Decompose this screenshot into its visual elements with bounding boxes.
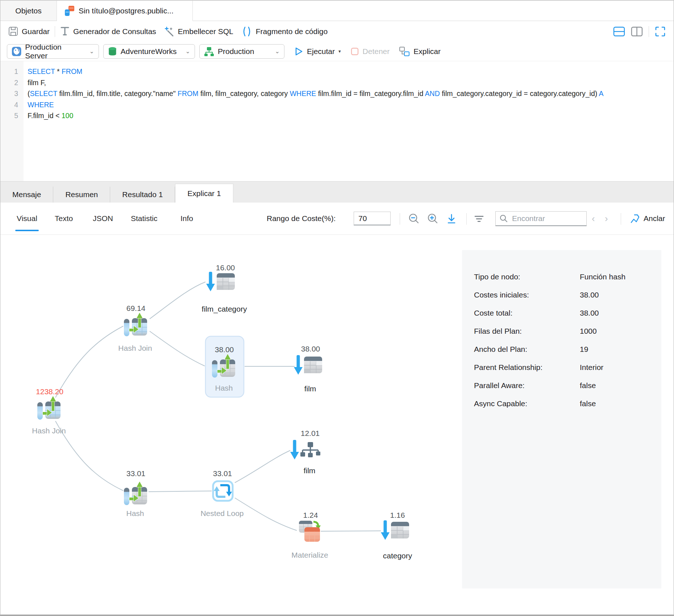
save-button[interactable]: Guardar bbox=[8, 26, 50, 36]
view-tab-json[interactable]: JSON bbox=[93, 203, 113, 234]
code-line[interactable]: 4WHERE bbox=[0, 99, 674, 111]
node-cost: 12.01 bbox=[301, 429, 320, 437]
split-horizontal-icon[interactable] bbox=[613, 26, 625, 37]
code-text: film F, bbox=[24, 77, 674, 88]
query-builder-button[interactable]: Generador de Consultas bbox=[60, 26, 156, 37]
chevron-down-icon: ⌄ bbox=[270, 48, 280, 55]
code-snippet-button[interactable]: Fragmento de código bbox=[241, 26, 328, 37]
node-cost: 1.24 bbox=[303, 511, 318, 519]
fullscreen-icon[interactable] bbox=[655, 26, 666, 37]
code-line[interactable]: 2film F, bbox=[0, 77, 674, 88]
view-tab-info[interactable]: Info bbox=[180, 203, 193, 234]
detail-row: Coste total: 38.00 bbox=[462, 304, 661, 322]
stop-label: Detener bbox=[363, 47, 390, 56]
chevron-down-icon: ⌄ bbox=[180, 48, 190, 55]
run-button[interactable]: Ejecutar ▾ bbox=[294, 47, 341, 56]
tab-resultado-1[interactable]: Resultado 1 bbox=[110, 187, 175, 203]
node-cost: 38.00 bbox=[301, 345, 320, 353]
magic-wand-icon bbox=[164, 26, 174, 37]
explain-plan-canvas[interactable]: 1238.20 Hash Join 69.14 Hash Join 16.00 … bbox=[0, 235, 674, 616]
code-snippet-label: Fragmento de código bbox=[256, 27, 328, 36]
plan-node-nested-loop[interactable]: 33.01 Nested Loop bbox=[200, 469, 244, 517]
detail-row: Parent Relationship: Interior bbox=[462, 359, 661, 377]
code-line[interactable]: 1SELECT * FROM bbox=[0, 66, 674, 77]
plan-node-film-category[interactable]: 16.00 film_category bbox=[202, 263, 247, 313]
zoom-in-button[interactable] bbox=[425, 211, 440, 226]
plan-node-materialize[interactable]: 1.24 Materialize bbox=[291, 511, 328, 559]
zoom-out-button[interactable] bbox=[406, 211, 421, 226]
layout-buttons bbox=[613, 21, 666, 42]
detail-value: Interior bbox=[580, 363, 603, 372]
filter-button[interactable] bbox=[471, 211, 487, 226]
schema-icon bbox=[204, 46, 214, 57]
view-tab-texto[interactable]: Texto bbox=[55, 203, 73, 234]
code-line[interactable]: 5F.film_id < 100 bbox=[0, 110, 674, 121]
find-input[interactable] bbox=[511, 214, 577, 223]
detail-row: Async Capable: false bbox=[462, 395, 661, 413]
tab-objetos[interactable]: Objetos bbox=[0, 1, 57, 21]
tab-explicar-1[interactable]: Explicar 1 bbox=[175, 184, 233, 203]
sql-editor[interactable]: 1SELECT * FROM2film F,3(SELECT film.film… bbox=[0, 61, 674, 181]
view-tab-visual[interactable]: Visual bbox=[17, 203, 37, 234]
tab-query[interactable]: Sin título@postgres.public... bbox=[57, 1, 193, 21]
view-tab-texto-label: Texto bbox=[55, 214, 73, 223]
toolbar-separator bbox=[55, 26, 55, 37]
plan-node-hash-join-root[interactable]: 1238.20 Hash Join bbox=[32, 387, 66, 435]
export-button[interactable] bbox=[444, 211, 459, 226]
detail-row: Tipo de nodo: Función hash bbox=[462, 268, 661, 286]
detail-value: 19 bbox=[580, 345, 588, 354]
pin-button[interactable]: Anclar bbox=[630, 203, 665, 234]
query-builder-label: Generador de Consultas bbox=[73, 27, 156, 36]
beautify-sql-button[interactable]: Embellecer SQL bbox=[164, 26, 233, 37]
run-label: Ejecutar bbox=[307, 47, 335, 56]
tab-objetos-label: Objetos bbox=[15, 7, 41, 15]
plan-edge bbox=[55, 326, 123, 398]
query-builder-icon bbox=[60, 26, 70, 37]
plan-edge bbox=[150, 331, 205, 366]
plan-node-film-index-scan[interactable]: 12.01 film bbox=[290, 429, 320, 475]
toolbar-separator bbox=[466, 213, 467, 225]
view-tab-statistic[interactable]: Statistic bbox=[131, 203, 158, 234]
plan-node-hash-selected[interactable]: 38.00 Hash bbox=[212, 345, 235, 392]
detail-label: Parallel Aware: bbox=[474, 381, 525, 390]
zoom-in-icon bbox=[427, 213, 438, 225]
node-cost: 1.16 bbox=[390, 511, 405, 519]
node-label: film_category bbox=[202, 305, 247, 313]
view-tab-statistic-label: Statistic bbox=[131, 214, 158, 223]
explain-label: Explicar bbox=[413, 47, 441, 56]
schema-select[interactable]: Production ⌄ bbox=[199, 44, 284, 59]
plan-edge bbox=[149, 491, 212, 492]
view-tab-json-label: JSON bbox=[93, 214, 113, 223]
run-dropdown-caret[interactable]: ▾ bbox=[338, 49, 341, 54]
plan-node-category-scan[interactable]: 1.16 category bbox=[381, 511, 412, 560]
node-detail-panel: Tipo de nodo: Función hash Costes inicia… bbox=[462, 250, 661, 588]
find-next-button[interactable]: › bbox=[605, 211, 608, 226]
toolbar-separator bbox=[649, 26, 649, 37]
stop-icon bbox=[350, 47, 359, 56]
plan-node-film-scan[interactable]: 38.00 film bbox=[294, 345, 322, 393]
plan-node-hash-lower[interactable]: 33.01 Hash bbox=[124, 469, 147, 517]
cost-range-input[interactable] bbox=[354, 212, 391, 225]
view-tab-visual-label: Visual bbox=[17, 214, 37, 223]
connection-select[interactable]: Production Server ⌄ bbox=[7, 44, 99, 59]
database-select[interactable]: AdventureWorks ⌄ bbox=[103, 44, 195, 59]
detail-row: Costes iniciales: 38.00 bbox=[462, 286, 661, 304]
tab-mensaje[interactable]: Mensaje bbox=[0, 187, 53, 203]
tab-query-label: Sin título@postgres.public... bbox=[79, 7, 174, 15]
detail-value: false bbox=[580, 399, 596, 408]
node-label: category bbox=[383, 552, 412, 560]
save-icon bbox=[8, 26, 18, 36]
tab-resumen[interactable]: Resumen bbox=[53, 187, 110, 203]
explain-button[interactable]: Explicar bbox=[399, 46, 441, 57]
split-vertical-icon[interactable] bbox=[631, 26, 643, 37]
chevron-down-icon: ⌄ bbox=[84, 48, 94, 55]
code-line[interactable]: 3(SELECT film.film_id, film.title, categ… bbox=[0, 88, 674, 99]
search-icon bbox=[499, 214, 508, 223]
plan-edge bbox=[150, 282, 205, 319]
toolbar-separator bbox=[621, 213, 621, 225]
find-previous-button[interactable]: ‹ bbox=[592, 211, 595, 226]
plan-node-hash-join-upper[interactable]: 69.14 Hash Join bbox=[118, 304, 152, 352]
parentheses-icon bbox=[241, 26, 252, 37]
node-label: Hash bbox=[126, 509, 144, 517]
node-cost: 69.14 bbox=[126, 304, 146, 312]
